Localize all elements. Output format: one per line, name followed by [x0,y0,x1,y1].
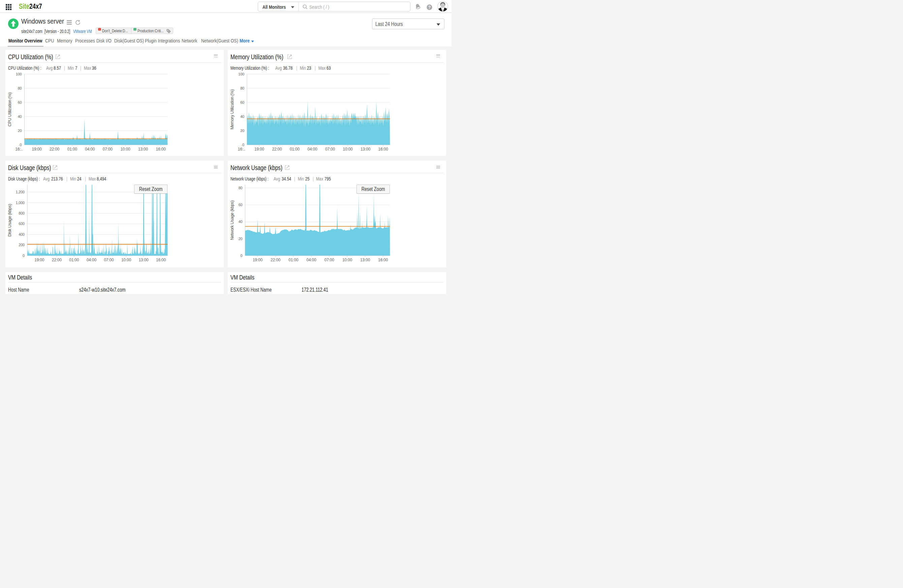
svg-text:07:00: 07:00 [103,147,113,152]
svg-text:07:00: 07:00 [104,257,114,262]
svg-text:Memory Utilization (%): Memory Utilization (%) [230,89,234,129]
svg-text:80: 80 [18,86,22,90]
svg-text:10:00: 10:00 [120,147,131,152]
svg-text:04:00: 04:00 [307,147,318,152]
svg-text:20: 20 [240,129,244,133]
svg-text:01:00: 01:00 [288,257,299,262]
svg-text:800: 800 [19,211,25,215]
svg-text:22:00: 22:00 [272,147,282,152]
svg-text:60: 60 [240,100,244,104]
svg-text:07:00: 07:00 [325,147,335,152]
svg-text:Disk Usage (kbps): Disk Usage (kbps) [8,204,12,237]
svg-text:40: 40 [239,220,242,224]
svg-text:04:00: 04:00 [306,257,316,262]
svg-text:Network Usage (kbps): Network Usage (kbps) [230,201,234,240]
svg-text:10:00: 10:00 [343,147,353,152]
svg-text:200: 200 [19,243,25,247]
svg-text:13:00: 13:00 [360,147,371,152]
svg-text:10:00: 10:00 [342,257,352,262]
svg-text:13:00: 13:00 [360,257,370,262]
svg-text:20: 20 [239,237,242,240]
svg-text:100: 100 [16,72,22,76]
svg-text:01:00: 01:00 [290,147,300,152]
svg-text:16:00: 16:00 [156,257,166,262]
svg-text:19:00: 19:00 [253,257,263,262]
svg-text:80: 80 [240,86,244,90]
svg-text:40: 40 [240,114,244,119]
svg-text:1,000: 1,000 [16,201,25,204]
svg-text:04:00: 04:00 [87,257,97,262]
svg-text:10:00: 10:00 [121,257,131,262]
svg-text:22:00: 22:00 [50,147,60,152]
svg-text:?: ? [428,5,431,10]
svg-text:80: 80 [239,186,242,190]
svg-text:1,200: 1,200 [16,190,25,194]
svg-text:0: 0 [242,143,244,147]
svg-text:CPU Utilization (%): CPU Utilization (%) [8,92,12,126]
svg-text:0: 0 [241,253,242,257]
svg-text:16:00: 16:00 [156,147,166,152]
svg-text:13:00: 13:00 [138,147,148,152]
svg-text:40: 40 [18,114,22,119]
svg-text:16:..: 16:.. [238,147,245,152]
svg-text:600: 600 [19,222,25,226]
svg-text:16:00: 16:00 [378,257,388,262]
svg-text:20: 20 [18,129,22,133]
svg-text:01:00: 01:00 [69,257,79,262]
svg-text:07:00: 07:00 [324,257,335,262]
svg-text:19:00: 19:00 [31,147,42,152]
svg-text:16:..: 16:.. [15,147,23,152]
svg-text:60: 60 [18,100,22,104]
svg-text:13:00: 13:00 [138,257,149,262]
svg-text:0: 0 [20,143,22,147]
svg-text:100: 100 [238,72,244,76]
svg-text:01:00: 01:00 [68,147,77,152]
svg-text:22:00: 22:00 [271,257,281,262]
svg-text:400: 400 [19,232,25,236]
svg-text:19:00: 19:00 [35,257,44,262]
svg-text:16:00: 16:00 [378,147,389,152]
svg-text:60: 60 [239,203,242,207]
svg-text:0: 0 [23,253,25,257]
svg-text:22:00: 22:00 [52,257,62,262]
svg-text:19:00: 19:00 [254,147,264,152]
svg-text:04:00: 04:00 [85,147,95,152]
